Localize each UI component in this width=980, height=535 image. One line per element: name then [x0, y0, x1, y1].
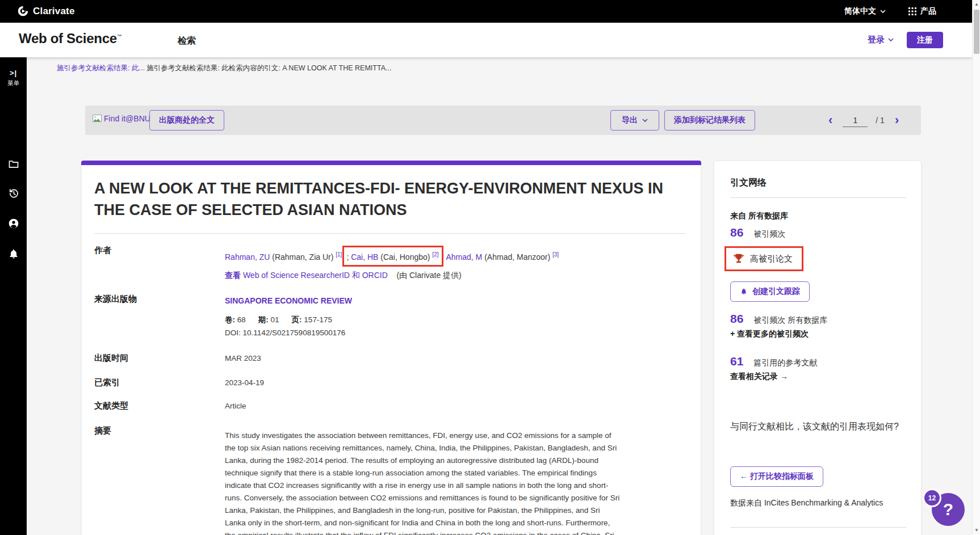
- article-title: A NEW LOOK AT THE REMITTANCES-FDI- ENERG…: [94, 178, 665, 221]
- panel-divider: [730, 197, 906, 198]
- researcher-id-line: 查看 Web of Science ResearcherID 和 ORCID (…: [225, 271, 462, 281]
- page-total: / 1: [876, 116, 885, 125]
- article-record-card: A NEW LOOK AT THE REMITTANCES-FDI- ENERG…: [81, 161, 701, 535]
- authors-label: 作者: [94, 245, 111, 256]
- export-button[interactable]: 导出: [610, 110, 659, 130]
- marked-list-button[interactable]: [0, 158, 27, 172]
- clarivate-logo: Clarivate: [17, 5, 75, 17]
- create-citation-alert-button[interactable]: 创建引文跟踪: [730, 281, 810, 302]
- broken-image-icon: [93, 115, 102, 123]
- journal-link[interactable]: SINGAPORE ECONOMIC REVIEW: [225, 296, 352, 305]
- register-button[interactable]: 注册: [907, 32, 943, 48]
- record-toolbar: Find it@BNU 出版商处的全文 导出 添加到标记结果列表 ‹ / 1 ›: [85, 106, 921, 135]
- clarivate-logo-icon: [17, 5, 29, 17]
- chevron-down-icon: [888, 38, 894, 42]
- times-cited-label: 被引频次: [753, 229, 785, 239]
- menu-expand-button[interactable]: >| 菜单: [0, 69, 27, 87]
- times-cited-row: 86 被引频次: [730, 226, 785, 239]
- highly-cited-badge-label: 高被引论文: [750, 254, 793, 264]
- web-of-science-record-page: Clarivate 简体中文 产品 Web of Science™ 检索 登录 …: [0, 0, 980, 535]
- from-all-databases-label: 来自 所有数据库: [730, 211, 788, 221]
- chevron-down-icon: [880, 10, 886, 14]
- trophy-icon: [733, 253, 744, 264]
- apps-grid-icon: [908, 7, 916, 15]
- panel-divider: [730, 527, 906, 528]
- chevron-down-icon: [642, 119, 648, 123]
- menu-label: 菜单: [0, 79, 27, 87]
- doc-type-label: 文献类型: [94, 401, 128, 411]
- wos-logo[interactable]: Web of Science™: [19, 31, 122, 47]
- help-button[interactable]: 12 ?: [932, 493, 965, 526]
- doc-type-value: Article: [225, 402, 246, 410]
- left-rail: >| 菜单: [0, 57, 27, 535]
- author-link[interactable]: Cai, HB: [351, 252, 378, 262]
- authors-line: Rahman, ZU (Rahman, Zia Ur) [1]; Cai, HB…: [225, 246, 656, 267]
- expand-menu-icon: >|: [10, 69, 17, 77]
- question-mark-icon: ?: [943, 500, 953, 519]
- scroll-up-button[interactable]: ▲: [973, 0, 980, 9]
- bell-icon: [740, 288, 748, 296]
- history-icon: [8, 188, 19, 199]
- abstract-label: 摘要: [94, 426, 111, 436]
- doi-value: 10.1142/S0217590819500176: [243, 328, 346, 337]
- person-icon: [8, 218, 19, 229]
- language-selector[interactable]: 简体中文: [844, 6, 886, 16]
- bell-icon: [8, 248, 19, 260]
- times-cited-count[interactable]: 86: [730, 226, 743, 239]
- affiliation-sup-link[interactable]: [1]: [336, 251, 342, 258]
- scrollbar-thumb[interactable]: [974, 10, 979, 54]
- peer-comparison-question: 与同行文献相比，该文献的引用表现如何?: [730, 420, 903, 433]
- full-text-at-publisher-button[interactable]: 出版商处的全文: [149, 110, 224, 130]
- products-button[interactable]: 产品: [908, 6, 936, 16]
- add-to-marked-list-button[interactable]: 添加到标记结果列表: [664, 110, 755, 130]
- previous-record-button[interactable]: ‹: [826, 114, 835, 127]
- data-source-text: 数据来自 InCites Benchmarking & Analytics: [730, 498, 883, 508]
- clarivate-logo-text: Clarivate: [33, 6, 75, 17]
- folder-icon: [8, 158, 19, 170]
- app-header: Web of Science™ 检索 登录 注册: [0, 23, 972, 57]
- profile-button[interactable]: [0, 218, 27, 231]
- provided-by-text: (由 Clarivate 提供): [396, 271, 461, 280]
- login-button[interactable]: 登录: [868, 35, 894, 45]
- search-history-button[interactable]: [0, 188, 27, 201]
- scroll-down-button[interactable]: ▼: [973, 526, 980, 535]
- doi-line: DOI: 10.1142/S0217590819500176: [225, 328, 345, 337]
- all-databases-cited-row: 86 被引频次 所有数据库: [730, 312, 827, 326]
- all-db-cited-label: 被引频次 所有数据库: [753, 315, 827, 326]
- find-it-link[interactable]: Find it@BNU: [93, 114, 150, 123]
- cited-references-count[interactable]: 61: [730, 355, 743, 368]
- title-divider: [94, 233, 686, 234]
- view-more-citations-link[interactable]: + 查看更多的被引频次: [730, 329, 809, 339]
- citation-network-title: 引文网络: [730, 177, 767, 189]
- author-link[interactable]: Ahmad, M: [446, 252, 482, 262]
- alerts-button[interactable]: [0, 248, 27, 262]
- citation-network-panel: 引文网络 来自 所有数据库 86 被引频次 高被引论文 创建引文跟踪 86 被引…: [714, 161, 922, 535]
- breadcrumb: 施引参考文献检索结果: 此... 施引参考文献检索结果: 此检索内容的引文: A…: [57, 64, 391, 73]
- vertical-scrollbar: ▲ ▼: [972, 0, 980, 535]
- affiliation-sup-link[interactable]: [2]: [432, 251, 438, 258]
- help-notification-badge: 12: [923, 488, 941, 507]
- indexed-label: 已索引: [94, 377, 120, 388]
- nav-search-tab[interactable]: 检索: [178, 35, 196, 47]
- record-pagination: ‹ / 1 ›: [826, 110, 901, 130]
- source-label: 来源出版物: [94, 294, 137, 305]
- card-accent-bar: [81, 161, 701, 165]
- view-related-records-link[interactable]: 查看相关记录 →: [730, 372, 788, 382]
- cited-references-row: 61 篇引用的参考文献: [730, 355, 817, 368]
- pub-date-value: MAR 2023: [225, 354, 261, 363]
- volume-issue-pages: 卷: 68期: 01页: 157-175: [225, 315, 332, 325]
- highly-cited-highlight-box: 高被引论文: [724, 246, 803, 271]
- author-highlight-box: ; Cai, HB (Cai, Hongbo) [2]: [342, 246, 443, 267]
- clarivate-topbar: Clarivate 简体中文 产品: [0, 0, 972, 23]
- breadcrumb-link[interactable]: 施引参考文献检索结果: 此...: [57, 64, 145, 72]
- affiliation-sup-link[interactable]: [3]: [552, 251, 559, 258]
- next-record-button[interactable]: ›: [893, 114, 901, 127]
- indexed-value: 2023-04-19: [225, 378, 264, 387]
- pub-date-label: 出版时间: [94, 353, 128, 364]
- open-comparison-metrics-button[interactable]: ← 打开比较指标面板: [730, 466, 823, 487]
- researcher-id-link[interactable]: 查看 Web of Science ResearcherID 和 ORCID: [225, 271, 388, 280]
- page-number-input[interactable]: [843, 113, 868, 127]
- all-db-cited-count[interactable]: 86: [730, 312, 743, 326]
- author-link[interactable]: Rahman, ZU: [225, 252, 270, 262]
- trademark: ™: [117, 33, 122, 39]
